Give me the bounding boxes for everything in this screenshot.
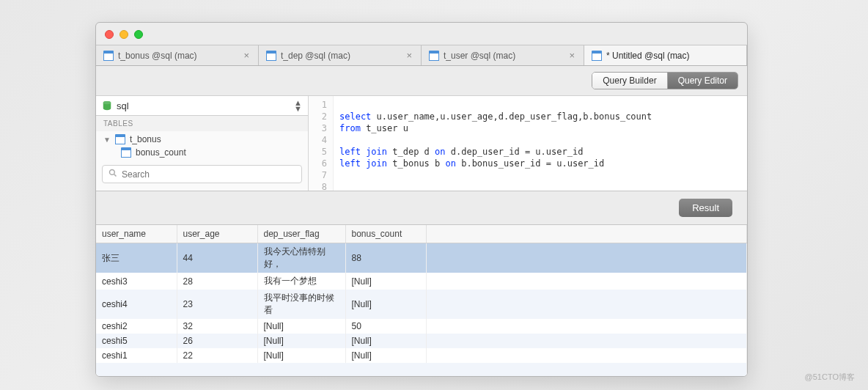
col-bonus-count[interactable]: bonus_count: [345, 225, 426, 243]
results-body: 张三44我今天心情特别好，88ceshi328我有一个梦想[Null]ceshi…: [96, 243, 747, 377]
cell-dep-user-flag[interactable]: 我有一个梦想: [257, 273, 345, 290]
table-row[interactable]: ceshi328我有一个梦想[Null]: [96, 273, 747, 290]
tables-section-label: TABLES: [96, 116, 308, 131]
table-row[interactable]: ceshi122[Null][Null]: [96, 348, 747, 363]
search-field-wrap: [102, 165, 302, 183]
tab-label: t_dep @sql (mac): [281, 51, 350, 61]
search-icon: [108, 169, 117, 180]
database-icon: [102, 100, 112, 111]
cell-bonus-count[interactable]: [Null]: [345, 348, 426, 363]
query-builder-button[interactable]: Query Builder: [592, 73, 666, 89]
cell-bonus-count[interactable]: [Null]: [345, 334, 426, 348]
cell-dep-user-flag[interactable]: [Null]: [257, 334, 345, 348]
tab-bar: t_bonus @sql (mac) × t_dep @sql (mac) × …: [96, 45, 747, 66]
search-input[interactable]: [122, 169, 295, 180]
cell-user-age[interactable]: 28: [177, 273, 257, 290]
watermark: @51CTO博客: [805, 372, 855, 383]
sql-editor[interactable]: 12345678 select u.user_name,u.user_age,d…: [309, 96, 747, 191]
col-user-age[interactable]: user_age: [177, 225, 257, 243]
cell-empty: [426, 334, 747, 348]
sidebar: sql ▲▼ TABLES ▼ t_bonus bonus_count: [96, 96, 309, 191]
code-area[interactable]: select u.user_name,u.user_age,d.dep_user…: [334, 96, 658, 191]
table-icon: [121, 147, 131, 158]
maximize-window-button[interactable]: [134, 30, 143, 39]
cell-user-name[interactable]: ceshi5: [96, 334, 177, 348]
disclosure-triangle-icon[interactable]: ▼: [103, 136, 111, 144]
tab-untitled[interactable]: * Untitled @sql (mac): [584, 45, 747, 65]
cell-user-age[interactable]: 23: [177, 290, 257, 319]
cell-empty: [426, 348, 747, 363]
table-row[interactable]: ceshi423我平时没事的时候看[Null]: [96, 290, 747, 319]
cell-user-age[interactable]: 32: [177, 319, 257, 334]
query-editor-button[interactable]: Query Editor: [667, 73, 738, 89]
table-row-empty: [96, 363, 747, 376]
tab-t-user[interactable]: t_user @sql (mac) ×: [422, 45, 584, 65]
col-empty: [426, 225, 747, 243]
cell-user-name[interactable]: ceshi2: [96, 319, 177, 334]
traffic-lights: [96, 23, 747, 45]
cell-empty: [426, 319, 747, 334]
stepper-icon[interactable]: ▲▼: [294, 100, 302, 111]
cell-bonus-count[interactable]: [Null]: [345, 273, 426, 290]
table-row[interactable]: ceshi526[Null][Null]: [96, 334, 747, 348]
cell-empty: [426, 290, 747, 319]
minimize-window-button[interactable]: [119, 30, 128, 39]
close-tab-button[interactable]: ×: [405, 50, 413, 61]
cell-user-age[interactable]: 44: [177, 243, 257, 273]
database-selector[interactable]: sql ▲▼: [96, 96, 308, 116]
view-toggle-row: Query Builder Query Editor: [96, 66, 747, 96]
cell-dep-user-flag[interactable]: 我平时没事的时候看: [257, 290, 345, 319]
tab-label: t_user @sql (mac): [444, 51, 515, 61]
cell-dep-user-flag[interactable]: 我今天心情特别好，: [257, 243, 345, 273]
tree-node-label: t_bonus: [130, 134, 161, 144]
table-icon: [103, 51, 114, 61]
cell-user-name[interactable]: ceshi1: [96, 348, 177, 363]
close-window-button[interactable]: [105, 30, 114, 39]
cell-bonus-count[interactable]: 88: [345, 243, 426, 273]
cell-bonus-count[interactable]: [Null]: [345, 290, 426, 319]
result-button[interactable]: Result: [679, 199, 732, 217]
query-mode-toggle: Query Builder Query Editor: [592, 72, 738, 89]
close-tab-button[interactable]: ×: [242, 50, 251, 61]
cell-dep-user-flag[interactable]: [Null]: [257, 348, 345, 363]
cell-empty: [426, 273, 747, 290]
tree-node-label: bonus_count: [136, 147, 186, 158]
cell-bonus-count[interactable]: 50: [345, 319, 426, 334]
tree-node-bonus-count[interactable]: bonus_count: [100, 146, 304, 159]
line-gutter: 12345678: [309, 96, 334, 191]
results-grid: user_name user_age dep_user_flag bonus_c…: [96, 225, 747, 376]
mid-row: sql ▲▼ TABLES ▼ t_bonus bonus_count: [96, 96, 747, 191]
cell-user-age[interactable]: 26: [177, 334, 257, 348]
svg-point-2: [110, 170, 115, 175]
table-icon: [429, 51, 439, 61]
table-row[interactable]: 张三44我今天心情特别好，88: [96, 243, 747, 273]
table-icon: [592, 51, 602, 61]
app-window: t_bonus @sql (mac) × t_dep @sql (mac) × …: [95, 22, 748, 377]
tables-tree: ▼ t_bonus bonus_count: [96, 131, 308, 161]
result-toolbar: Result: [96, 191, 747, 225]
tab-label: t_bonus @sql (mac): [118, 51, 197, 61]
tab-label: * Untitled @sql (mac): [606, 51, 690, 61]
svg-line-3: [114, 174, 117, 177]
cell-user-age[interactable]: 22: [177, 348, 257, 363]
col-dep-user-flag[interactable]: dep_user_flag: [257, 225, 345, 243]
tab-t-dep[interactable]: t_dep @sql (mac) ×: [259, 45, 422, 65]
cell-dep-user-flag[interactable]: [Null]: [257, 319, 345, 334]
tab-t-bonus[interactable]: t_bonus @sql (mac) ×: [96, 45, 259, 65]
cell-user-name[interactable]: ceshi3: [96, 273, 177, 290]
svg-point-1: [103, 101, 111, 104]
col-user-name[interactable]: user_name: [96, 225, 177, 243]
table-row[interactable]: ceshi232[Null]50: [96, 319, 747, 334]
cell-user-name[interactable]: 张三: [96, 243, 177, 273]
database-name: sql: [117, 100, 129, 111]
table-icon: [266, 51, 276, 61]
cell-empty: [426, 243, 747, 273]
table-icon: [115, 134, 125, 144]
tree-node-t-bonus[interactable]: ▼ t_bonus: [100, 133, 304, 146]
close-tab-button[interactable]: ×: [567, 50, 576, 61]
cell-user-name[interactable]: ceshi4: [96, 290, 177, 319]
